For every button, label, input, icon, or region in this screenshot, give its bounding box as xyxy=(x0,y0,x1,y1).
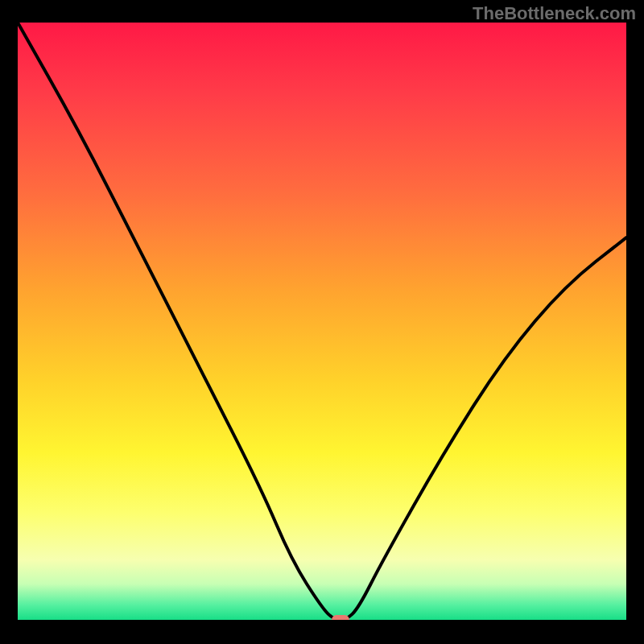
attribution-label: TheBottleneck.com xyxy=(473,3,636,24)
bottleneck-curve-path xyxy=(18,23,626,620)
chart-frame: TheBottleneck.com xyxy=(0,0,644,644)
bottleneck-curve-svg xyxy=(18,23,626,620)
optimal-marker xyxy=(332,615,349,620)
plot-area xyxy=(18,23,626,620)
